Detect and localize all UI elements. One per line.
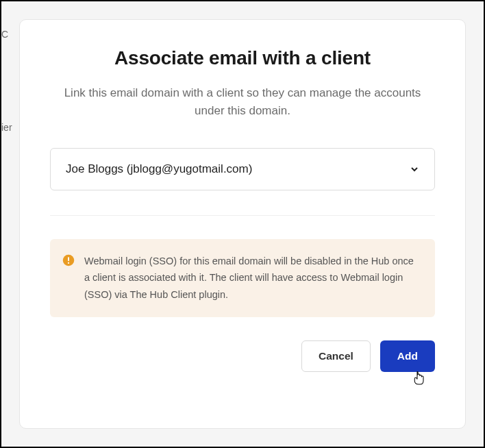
warning-message: Webmail login (SSO) for this email domai…	[84, 253, 420, 303]
divider	[50, 215, 435, 216]
button-row: Cancel Add	[50, 340, 435, 372]
cursor-pointer-icon	[413, 371, 425, 386]
add-button[interactable]: Add	[380, 340, 435, 372]
warning-icon	[62, 254, 75, 266]
client-select-value: Joe Bloggs (jblogg@yugotmail.com)	[66, 162, 252, 176]
svg-rect-1	[68, 257, 69, 261]
svg-point-2	[68, 262, 69, 263]
modal-description: Link this email domain with a client so …	[50, 84, 435, 121]
warning-box: Webmail login (SSO) for this email domai…	[50, 239, 435, 317]
associate-email-modal: Associate email with a client Link this …	[19, 19, 466, 429]
background-text: C	[1, 29, 8, 40]
modal-title: Associate email with a client	[50, 47, 435, 69]
background-text: ier	[1, 122, 12, 133]
client-select[interactable]: Joe Bloggs (jblogg@yugotmail.com)	[50, 148, 435, 190]
cancel-button[interactable]: Cancel	[301, 340, 371, 372]
client-select-wrapper: Joe Bloggs (jblogg@yugotmail.com)	[50, 148, 435, 190]
